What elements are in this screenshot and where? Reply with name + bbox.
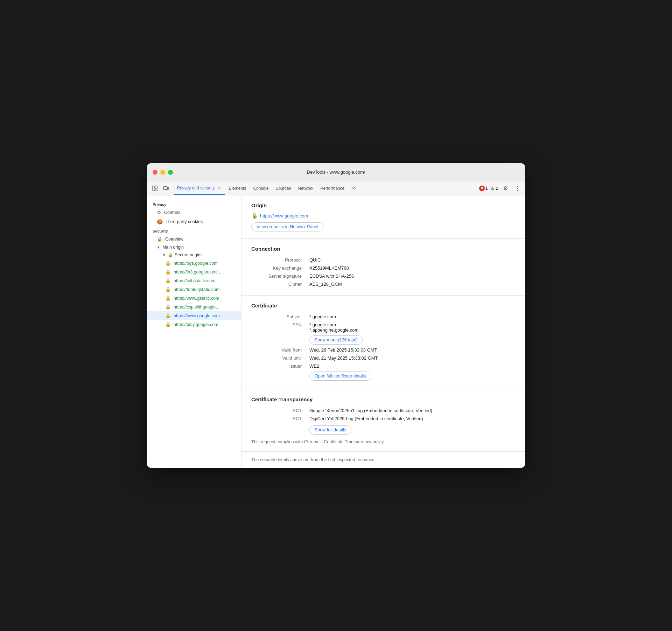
sidebar-origin-0[interactable]: 🔒 https://ogs.google.com [147, 259, 241, 268]
sidebar-item-third-party-cookies[interactable]: 🍪 Third-party cookies [147, 217, 241, 226]
error-count: 1 [485, 186, 488, 191]
transparency-table: SCT Google 'Xenon2025h1' log (Embedded i… [251, 407, 515, 436]
tab-more[interactable]: >> [348, 181, 360, 195]
minimize-button[interactable] [160, 170, 165, 175]
valid-until-label: Valid until [251, 354, 307, 362]
title-bar: DevTools - www.google.com/ [147, 163, 525, 181]
sct1-row: SCT Google 'Xenon2025h1' log (Embedded i… [251, 407, 515, 415]
origin-url-4: https://www.gstatic.com [174, 296, 219, 301]
origin-url-6: https://www.google.com [174, 313, 220, 318]
maximize-button[interactable] [168, 170, 173, 175]
tab-close-icon[interactable]: ✕ [216, 185, 222, 190]
security-section-label: Security [147, 226, 241, 235]
valid-from-row: Valid from Wed, 26 Feb 2025 15:33:03 GMT [251, 346, 515, 354]
connection-title: Connection [251, 246, 515, 252]
origin-lock-icon-2: 🔒 [165, 278, 171, 283]
origin-url-row: 🔒 https://www.google.com [251, 213, 515, 219]
certificate-title: Certificate [251, 303, 515, 308]
origin-lock-icon: 🔒 [251, 213, 258, 219]
subject-row: Subject *.google.com [251, 313, 515, 321]
sct1-label: SCT [251, 407, 307, 415]
sidebar-origin-4[interactable]: 🔒 https://www.gstatic.com [147, 294, 241, 303]
sidebar-origin-6[interactable]: 🔒 https://www.google.com [147, 311, 241, 320]
compliance-text: This request complies with Chrome's Cert… [251, 439, 515, 444]
inspect-icon[interactable] [150, 183, 160, 193]
origin-lock-icon-3: 🔒 [165, 287, 171, 292]
svg-rect-4 [163, 187, 167, 189]
sidebar-main-origin[interactable]: ▼ Main origin [147, 243, 241, 251]
protocol-row: Protocol QUIC [251, 256, 515, 264]
origin-url-7: https://play.google.com [174, 322, 218, 327]
tab-performance[interactable]: Performance [317, 181, 348, 195]
more-options-button[interactable]: ⋮ [512, 183, 522, 193]
secure-origins-lock-icon: 🔒 [168, 252, 173, 257]
tab-label: Network [298, 186, 313, 191]
open-cert-details-button[interactable]: Open full certificate details [309, 372, 371, 381]
origin-lock-icon-7: 🔒 [165, 322, 171, 327]
window-title: DevTools - www.google.com/ [307, 169, 365, 175]
origin-url-0: https://ogs.google.com [174, 261, 218, 266]
cipher-value: AES_128_GCM [307, 280, 515, 288]
issuer-label: Issuer [251, 362, 307, 382]
svg-rect-5 [167, 187, 168, 189]
tab-network[interactable]: Network [294, 181, 317, 195]
third-party-cookies-label: Third-party cookies [166, 219, 203, 224]
arrow-down-icon-2: ▼ [162, 253, 166, 257]
san-value-1: *.google.com *.appengine.google.com Show… [307, 321, 515, 346]
svg-rect-2 [155, 186, 157, 188]
sidebar-origin-2[interactable]: 🔒 https://ssl.gstatic.com [147, 276, 241, 285]
connection-section: Connection Protocol QUIC Key exchange X2… [241, 239, 525, 296]
footer-note: The security details above are from the … [241, 452, 525, 468]
show-full-details-button[interactable]: Show full details [309, 425, 351, 435]
svg-rect-1 [152, 189, 154, 191]
sidebar-origin-7[interactable]: 🔒 https://play.google.com [147, 320, 241, 329]
sidebar-secure-origins[interactable]: ▼ 🔒 Secure origins [147, 251, 241, 259]
sidebar-origin-1[interactable]: 🔒 https://lh3.googleuserc... [147, 268, 241, 276]
warning-badge[interactable]: ⚠ 2 [490, 186, 498, 191]
origin-url-text: https://www.google.com [260, 213, 308, 219]
show-more-san-button[interactable]: Show more (136 total) [309, 335, 363, 345]
tab-label: Performance [320, 186, 344, 191]
sct2-row: SCT DigiCert Yeti2025 Log (Embedded in c… [251, 415, 515, 423]
origin-lock-icon-1: 🔒 [165, 269, 171, 275]
san-value2-text: *.appengine.google.com [309, 327, 513, 333]
content-panel: Origin 🔒 https://www.google.com View req… [241, 195, 525, 468]
tab-sources[interactable]: Sources [272, 181, 294, 195]
sidebar-item-overview[interactable]: 🔒 Overview [147, 235, 241, 243]
origin-url-3: https://fonts.gstatic.com [174, 287, 219, 292]
subject-label: Subject [251, 313, 307, 321]
sidebar-origin-5[interactable]: 🔒 https://csp.withgoogle.... [147, 303, 241, 311]
view-requests-button[interactable]: View requests in Network Panel [251, 222, 323, 231]
origin-section: Origin 🔒 https://www.google.com View req… [241, 195, 525, 239]
error-icon: ✕ [479, 186, 485, 191]
controls-label: Controls [164, 210, 181, 215]
tab-bar: Privacy and security ✕ Elements Console … [147, 181, 525, 195]
origin-lock-icon: 🔒 [165, 261, 171, 266]
close-button[interactable] [153, 170, 158, 175]
server-signature-value: ECDSA with SHA-256 [307, 272, 515, 280]
tab-label: Elements [229, 186, 246, 191]
tab-label: >> [351, 186, 356, 191]
issuer-value-text: WE2 [309, 363, 513, 369]
controls-icon: ⚙ [157, 210, 161, 215]
sct2-value: DigiCert Yeti2025 Log (Embedded in certi… [307, 415, 515, 423]
svg-rect-3 [155, 189, 157, 191]
tab-privacy-security[interactable]: Privacy and security ✕ [174, 181, 225, 195]
sidebar-item-controls[interactable]: ⚙ Controls [147, 208, 241, 217]
settings-button[interactable]: ⚙ [500, 183, 510, 193]
sct2-label: SCT [251, 415, 307, 423]
tab-elements[interactable]: Elements [225, 181, 250, 195]
show-full-details-row: Show full details [251, 423, 515, 436]
responsive-icon[interactable] [161, 183, 171, 193]
protocol-label: Protocol [251, 256, 307, 264]
devtools-window: DevTools - www.google.com/ Privacy and [147, 163, 525, 468]
traffic-lights [153, 170, 173, 175]
origin-title: Origin [251, 202, 515, 208]
tab-label: Privacy and security [177, 186, 215, 190]
sidebar-origin-3[interactable]: 🔒 https://fonts.gstatic.com [147, 285, 241, 294]
origin-url-2: https://ssl.gstatic.com [174, 278, 215, 283]
origin-lock-icon-4: 🔒 [165, 296, 171, 301]
tab-console[interactable]: Console [250, 181, 272, 195]
show-full-details-cell: Show full details [307, 423, 515, 436]
error-badge[interactable]: ✕ 1 [479, 186, 488, 191]
